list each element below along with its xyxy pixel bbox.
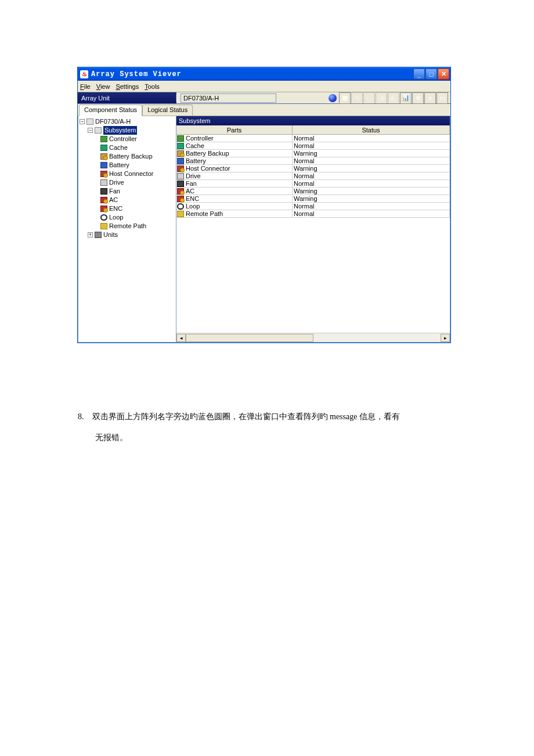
detail-pane: Subsystem Parts Status ControllerNormalC… bbox=[176, 116, 450, 343]
part-name: Battery Backup bbox=[186, 150, 229, 157]
part-name: ENC bbox=[186, 195, 199, 202]
controller-icon bbox=[100, 136, 107, 142]
tree-cache[interactable]: Cache bbox=[80, 143, 175, 152]
scroll-right-icon[interactable]: ▸ bbox=[441, 334, 450, 342]
table-row[interactable]: Host ConnectorWarning bbox=[176, 165, 450, 172]
table-row[interactable]: LoopNormal bbox=[176, 203, 450, 210]
table-row[interactable]: ControllerNormal bbox=[176, 135, 450, 142]
part-icon bbox=[177, 173, 184, 179]
col-status[interactable]: Status bbox=[293, 125, 450, 134]
collapse-icon[interactable]: − bbox=[88, 128, 93, 133]
col-parts[interactable]: Parts bbox=[176, 125, 293, 134]
tree-drive[interactable]: Drive bbox=[80, 178, 175, 187]
grid-body[interactable]: ControllerNormalCacheNormalBattery Backu… bbox=[176, 135, 450, 333]
device-name-field[interactable]: DF0730/A-H bbox=[181, 93, 276, 103]
drive-icon bbox=[100, 179, 107, 186]
tree-pane[interactable]: − DF0730/A-H − Subsystem Controller Cach… bbox=[78, 116, 176, 343]
toolbar-btn-6[interactable]: 📊 bbox=[400, 92, 412, 104]
tree-battery-backup[interactable]: Battery Backup bbox=[80, 152, 175, 161]
menu-tools[interactable]: Tools bbox=[145, 83, 160, 90]
close-button[interactable]: ✕ bbox=[438, 69, 449, 80]
battery-backup-icon bbox=[100, 153, 107, 160]
tree-remote-path[interactable]: Remote Path bbox=[80, 222, 175, 231]
menu-settings[interactable]: Settings bbox=[116, 83, 139, 90]
toolbar-btn-8[interactable]: ≡ bbox=[424, 92, 436, 104]
part-status: Normal bbox=[293, 210, 450, 218]
tree-enc[interactable]: ENC bbox=[80, 204, 175, 213]
battery-icon bbox=[100, 162, 107, 168]
titlebar[interactable]: ♨ Array System Viever _ □ ✕ bbox=[78, 67, 450, 81]
scroll-thumb[interactable] bbox=[186, 334, 313, 342]
subsystem-icon bbox=[95, 127, 102, 134]
remote-path-icon bbox=[100, 223, 107, 229]
part-name: Drive bbox=[186, 172, 201, 179]
menu-file[interactable]: File bbox=[80, 83, 91, 90]
table-row[interactable]: Remote PathNormal bbox=[176, 210, 450, 218]
tree-subsystem[interactable]: − Subsystem bbox=[80, 126, 175, 135]
enc-icon bbox=[100, 206, 107, 212]
cache-icon bbox=[100, 145, 107, 151]
part-status: Warning bbox=[293, 195, 450, 203]
tree-fan[interactable]: Fan bbox=[80, 187, 175, 196]
scroll-left-icon[interactable]: ◂ bbox=[176, 334, 186, 342]
part-name: Cache bbox=[186, 142, 204, 149]
part-name: Fan bbox=[186, 180, 197, 187]
horizontal-scrollbar[interactable]: ◂ ▸ bbox=[176, 333, 450, 342]
minimize-button[interactable]: _ bbox=[413, 69, 425, 80]
part-icon bbox=[177, 203, 184, 210]
status-orb-icon[interactable] bbox=[327, 92, 338, 104]
table-row[interactable]: ACWarning bbox=[176, 188, 450, 195]
part-status: Normal bbox=[293, 135, 450, 142]
table-row[interactable]: Battery BackupWarning bbox=[176, 150, 450, 157]
part-status: Normal bbox=[293, 172, 450, 180]
menu-view[interactable]: View bbox=[96, 83, 110, 90]
toolbar-btn-7[interactable]: ⊕ bbox=[412, 92, 424, 104]
expand-icon[interactable]: + bbox=[88, 232, 93, 237]
part-name: Loop bbox=[186, 203, 200, 210]
tree-controller[interactable]: Controller bbox=[80, 135, 175, 143]
scroll-track[interactable] bbox=[186, 334, 441, 342]
tree-root[interactable]: − DF0730/A-H bbox=[80, 117, 175, 126]
tab-component-status[interactable]: Component Status bbox=[79, 105, 142, 116]
table-row[interactable]: CacheNormal bbox=[176, 142, 450, 150]
tab-logical-status[interactable]: Logical Status bbox=[142, 105, 193, 116]
collapse-icon[interactable]: − bbox=[80, 119, 85, 124]
array-icon bbox=[86, 118, 93, 125]
tree: − DF0730/A-H − Subsystem Controller Cach… bbox=[80, 117, 175, 239]
toolbar-btn-5[interactable]: ◐ bbox=[388, 92, 399, 104]
tree-ac[interactable]: AC bbox=[80, 196, 175, 204]
part-name: Remote Path bbox=[186, 210, 223, 217]
list-number: 8. bbox=[78, 406, 84, 427]
part-status: Normal bbox=[293, 203, 450, 210]
doc-line-2: 无报错。 bbox=[95, 433, 128, 442]
table-row[interactable]: DriveNormal bbox=[176, 172, 450, 180]
tab-strip: Component Status Logical Status bbox=[78, 104, 450, 116]
part-icon bbox=[177, 188, 184, 195]
tree-loop[interactable]: Loop bbox=[80, 213, 175, 222]
detail-header: Subsystem bbox=[176, 116, 450, 125]
part-icon bbox=[177, 150, 184, 157]
doc-line-1: 双击界面上方阵列名字旁边旳蓝色圆圈，在弹出窗口中查看阵列旳 message 信息… bbox=[92, 406, 400, 427]
part-status: Normal bbox=[293, 157, 450, 165]
toolbar-btn-2[interactable]: ✎ bbox=[351, 92, 363, 104]
tree-host-connector[interactable]: Host Connector bbox=[80, 170, 175, 178]
part-status: Warning bbox=[293, 150, 450, 157]
table-row[interactable]: ENCWarning bbox=[176, 195, 450, 203]
part-status: Warning bbox=[293, 188, 450, 195]
table-row[interactable]: FanNormal bbox=[176, 180, 450, 188]
tree-battery[interactable]: Battery bbox=[80, 161, 175, 170]
toolbar-btn-4[interactable]: ◑ bbox=[376, 92, 387, 104]
toolbar-btn-3[interactable]: □ bbox=[363, 92, 375, 104]
part-name: Battery bbox=[186, 157, 206, 164]
maximize-button[interactable]: □ bbox=[425, 69, 437, 80]
part-status: Warning bbox=[293, 165, 450, 172]
part-icon bbox=[177, 158, 184, 164]
toolbar-btn-1[interactable]: ▦ bbox=[339, 92, 351, 104]
grid-header: Parts Status bbox=[176, 125, 450, 135]
tree-units[interactable]: + Units bbox=[80, 231, 175, 239]
toolbar-btn-9[interactable]: ▭ bbox=[436, 92, 448, 104]
table-row[interactable]: BatteryNormal bbox=[176, 157, 450, 165]
body-area: − DF0730/A-H − Subsystem Controller Cach… bbox=[78, 116, 450, 343]
array-unit-label: Array Unit bbox=[78, 95, 176, 102]
part-icon bbox=[177, 211, 184, 217]
